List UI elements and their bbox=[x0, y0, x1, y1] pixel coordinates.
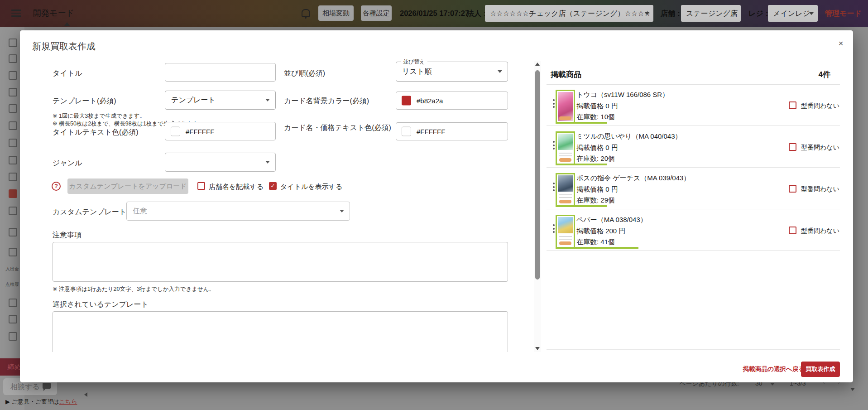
color-swatch[interactable] bbox=[171, 126, 180, 136]
notes-hint: ※ 注意事項は1行あたり20文字、3行までしか入力できません。 bbox=[53, 285, 215, 293]
corp-select[interactable]: ☆☆☆☆☆☆チェック店（ステージング）☆☆☆☆ bbox=[485, 5, 653, 22]
store-name-checkbox[interactable] bbox=[197, 182, 205, 190]
card-pill bbox=[559, 200, 571, 203]
product-stock: 在庫数: 20個 bbox=[576, 154, 615, 163]
any-model-number-checkbox[interactable] bbox=[789, 101, 796, 109]
product-list-item: ボスの指令 ゲーチス（MA 039/043） 掲載価格 0 円 在庫数: 29個… bbox=[547, 168, 840, 209]
title-input[interactable] bbox=[165, 63, 276, 82]
chevron-down-icon bbox=[265, 99, 270, 101]
product-name: ボスの指令 ゲーチス（MA 039/043） bbox=[576, 174, 690, 183]
chat-bubble-icon bbox=[43, 383, 51, 389]
card-bg-color-input[interactable]: #b82a2a bbox=[396, 92, 508, 110]
create-purchase-table-button[interactable]: 買取表作成 bbox=[801, 362, 840, 377]
help-question-icon[interactable]: ? bbox=[52, 182, 61, 191]
product-list-item: トウコ（sv11W 166/086 SR） 掲載価格 0 円 在庫数: 10個 … bbox=[547, 84, 840, 126]
scrollbar-up-icon[interactable] bbox=[535, 63, 540, 66]
back-to-selection-link[interactable]: 掲載商品の選択へ戻る bbox=[743, 365, 805, 373]
register-label: レジ： bbox=[748, 0, 771, 27]
chevron-down-icon bbox=[645, 12, 649, 15]
store-label: 店舗： bbox=[661, 0, 682, 27]
card-thumbnail bbox=[556, 173, 575, 207]
product-list-item: ミツルの思いやり（MA 040/043） 掲載価格 0 円 在庫数: 20個 型… bbox=[547, 126, 840, 168]
any-model-number-label: 型番問わない bbox=[801, 102, 839, 110]
upload-custom-template-button[interactable]: カスタムテンプレートをアップロード bbox=[67, 178, 188, 194]
any-model-number-label: 型番問わない bbox=[801, 144, 839, 152]
chevron-down-icon bbox=[498, 70, 502, 73]
store-name-checkbox-label: 店舗名を記載する bbox=[209, 183, 264, 191]
sidebar-icon[interactable] bbox=[9, 315, 17, 323]
create-purchase-table-dialog: 新規買取表作成 タイトル 並び順(必須) 並び替え リスト順 テンプレート(必須… bbox=[20, 30, 853, 382]
color-swatch[interactable] bbox=[402, 96, 411, 106]
card-pill bbox=[559, 158, 571, 162]
sidebar-icon[interactable] bbox=[9, 173, 17, 181]
custom-template-placeholder: 任意 bbox=[133, 207, 147, 216]
scroll-up-arrow-icon[interactable] bbox=[64, 22, 70, 26]
scroll-down-arrow-icon[interactable] bbox=[850, 388, 855, 391]
divider bbox=[547, 349, 840, 350]
scroll-left-arrow-icon[interactable] bbox=[84, 392, 87, 397]
product-stock: 在庫数: 10個 bbox=[576, 113, 615, 121]
color-swatch[interactable] bbox=[402, 127, 411, 136]
sidebar-icon[interactable] bbox=[9, 248, 17, 256]
sidebar-icon[interactable] bbox=[9, 71, 17, 80]
sidebar-icon[interactable] bbox=[9, 54, 17, 63]
any-model-number-checkbox[interactable] bbox=[789, 185, 796, 193]
card-bg-color-label: カード名背景カラー(必須) bbox=[284, 96, 369, 106]
hamburger-menu-icon[interactable] bbox=[11, 10, 21, 17]
selected-template-preview-clip bbox=[53, 311, 509, 352]
sidebar-icon[interactable] bbox=[9, 121, 17, 130]
store-select[interactable]: ステージング店 bbox=[681, 5, 741, 22]
product-list-item: ペパー（MA 038/043） 掲載価格 200 円 在庫数: 41個 型番問わ… bbox=[547, 209, 840, 251]
feedback-link[interactable]: こちら bbox=[59, 398, 77, 405]
product-price: 掲載価格 0 円 bbox=[576, 144, 618, 152]
any-model-number-checkbox[interactable] bbox=[789, 227, 796, 234]
genre-select[interactable] bbox=[165, 153, 276, 172]
sidebar-icon[interactable] bbox=[9, 139, 17, 147]
feedback-text: ▶ ご意見・ご要望は bbox=[5, 398, 59, 405]
notification-bell-icon[interactable] bbox=[302, 9, 310, 17]
sidebar-icon[interactable] bbox=[9, 104, 17, 113]
card-text-color-label: カード名・価格テキスト色(必須) bbox=[284, 123, 393, 133]
sidebar-icon[interactable] bbox=[9, 228, 17, 236]
any-model-number-label: 型番問わない bbox=[801, 227, 839, 235]
settings-button[interactable]: 各種設定 bbox=[361, 5, 392, 21]
sort-group-label: 並び替え bbox=[401, 58, 427, 66]
custom-template-select[interactable]: 任意 bbox=[126, 202, 350, 221]
header-datetime: 2026/01/25 17:07:27 bbox=[400, 0, 469, 27]
sidebar-icon[interactable] bbox=[9, 207, 17, 215]
scrollbar-thumb[interactable] bbox=[535, 70, 540, 280]
close-icon[interactable] bbox=[834, 37, 848, 50]
form-scrollbar[interactable] bbox=[534, 61, 541, 352]
chevron-down-icon bbox=[265, 161, 270, 164]
sort-order-label: 並び順(必須) bbox=[284, 69, 325, 78]
products-count: 4件 bbox=[819, 69, 830, 80]
chevron-down-icon bbox=[809, 12, 814, 15]
template-field-label: テンプレート(必須) bbox=[53, 96, 116, 106]
card-thumbnail bbox=[556, 90, 575, 123]
sidebar-icon[interactable] bbox=[9, 332, 17, 341]
title-text-color-input[interactable]: #FFFFFF bbox=[165, 122, 276, 140]
scrollbar-down-icon[interactable] bbox=[535, 347, 540, 350]
admin-mode-link[interactable]: 管理モード bbox=[825, 0, 862, 27]
notes-textarea[interactable] bbox=[53, 242, 508, 282]
product-price: 掲載価格 0 円 bbox=[576, 102, 618, 111]
stock-highlight-underline bbox=[556, 205, 607, 207]
any-model-number-checkbox[interactable] bbox=[789, 143, 796, 151]
template-select[interactable]: テンプレート bbox=[165, 91, 276, 110]
sidebar-icon[interactable] bbox=[9, 156, 17, 164]
store-select-value: ステージング店 bbox=[686, 10, 738, 17]
product-name: トウコ（sv11W 166/086 SR） bbox=[576, 91, 669, 99]
sidebar-icon[interactable] bbox=[9, 39, 17, 47]
market-change-button[interactable]: 相場変動 bbox=[318, 5, 354, 21]
sidebar-icon[interactable] bbox=[9, 88, 17, 96]
register-select[interactable]: メインレジ bbox=[768, 5, 818, 22]
sort-order-select[interactable]: 並び替え リスト順 bbox=[396, 62, 508, 82]
show-title-checkbox[interactable] bbox=[269, 182, 277, 190]
rows-per-page-caret-icon[interactable] bbox=[770, 383, 775, 386]
card-text-color-input[interactable]: #FFFFFF bbox=[396, 122, 508, 140]
register-select-value: メインレジ bbox=[773, 10, 810, 17]
sidebar-icon-active[interactable] bbox=[9, 189, 17, 198]
selected-template-preview bbox=[53, 311, 508, 352]
sidebar-icon[interactable] bbox=[9, 299, 17, 307]
product-price: 掲載価格 0 円 bbox=[576, 185, 618, 194]
